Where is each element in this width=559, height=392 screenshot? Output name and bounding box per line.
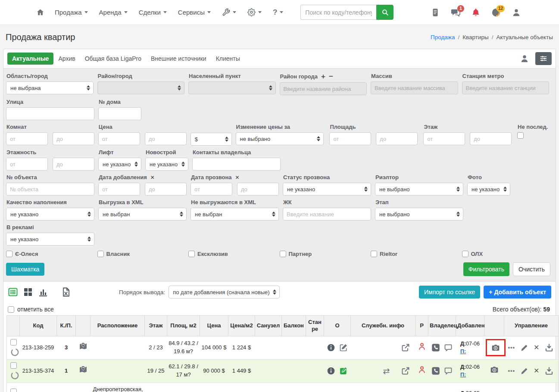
checkbox-olx[interactable] [462,251,468,257]
breadcrumb-link-sales[interactable]: Продажа [431,34,455,40]
more-actions-icon[interactable] [508,344,515,352]
map-icon[interactable] [79,342,87,351]
pencil-icon[interactable] [521,344,528,352]
district-city-select[interactable] [97,81,185,94]
camera-icon[interactable] [490,365,499,374]
price-from-input[interactable] [98,132,140,145]
search-button[interactable] [376,5,393,20]
more-actions-icon[interactable] [508,367,515,375]
tab-ligapro-base[interactable]: Общая база LigaPro [80,53,146,65]
region-select[interactable]: не выбрана [6,81,94,94]
rooms-to-input[interactable] [53,132,94,145]
import-by-link-button[interactable]: Импорт по ссылке [419,286,480,299]
phone-icon[interactable] [431,367,440,375]
nav-item-help[interactable]: ? [273,8,283,17]
area-to-input[interactable] [376,132,418,145]
date-added-from-input[interactable] [98,183,140,196]
price-to-input[interactable] [145,132,187,145]
profile-icon[interactable] [512,8,521,17]
tab-actual[interactable]: Актуальные [7,53,53,65]
notifications-bell-icon[interactable] [471,8,481,17]
view-settings-button[interactable] [535,52,552,65]
row-checkbox[interactable] [10,389,17,392]
call-status-select[interactable]: не указано [283,183,371,196]
floor-to-input[interactable] [470,132,512,145]
stage-select[interactable]: не выбрано [375,208,463,221]
sort-order-select[interactable]: по дате добавления (сначала новые) [169,286,280,299]
comment-icon[interactable] [444,343,453,352]
add-object-button[interactable]: + Добавить объект [484,286,551,299]
new-building-select[interactable]: не указано [145,158,188,171]
row-checkbox[interactable] [10,339,17,345]
chessboard-button[interactable]: Шахматка [6,263,44,276]
residential-complex-input[interactable] [283,208,371,221]
breadcrumb-apartments[interactable]: Квартиры [462,34,489,40]
list-view-icon[interactable] [8,287,18,297]
row-checkbox[interactable] [10,362,17,369]
edit-note-icon[interactable] [339,343,348,352]
checkbox-rieltor[interactable] [371,251,377,257]
filter-button[interactable]: Фильтровать [463,262,509,276]
realtor-select[interactable]: не выбрано [375,183,463,196]
floors-total-to-input[interactable] [53,158,94,171]
user-icon[interactable] [520,54,529,63]
date-added-to-input[interactable] [145,183,187,196]
nav-item-services[interactable]: Сервисы [178,9,211,16]
info-icon[interactable] [327,367,335,375]
clear-date-added-icon[interactable] [150,174,155,180]
checkbox-exclusive[interactable] [188,251,195,257]
delete-icon[interactable] [534,366,539,376]
call-date-link[interactable]: П: [460,372,466,378]
select-all-checkbox[interactable] [8,306,14,313]
tab-archive[interactable]: Архив [53,53,80,65]
comment-icon[interactable] [444,367,453,375]
tab-external-sources[interactable]: Внешние источники [146,53,211,65]
massiv-input[interactable] [371,81,458,94]
nav-item-sales[interactable]: Продажа [55,9,88,16]
pencil-icon[interactable] [521,367,528,375]
clear-button[interactable]: Очистить [513,262,550,276]
nav-item-tools[interactable] [222,8,236,16]
messages-icon[interactable]: 1 [451,8,460,17]
street-input[interactable] [6,107,94,120]
object-id-input[interactable] [6,183,94,196]
metro-input[interactable] [462,81,550,94]
xml-not-export-select[interactable]: не выбран [190,208,279,221]
grid-view-icon[interactable] [23,287,33,297]
database-icon[interactable] [431,8,440,17]
download-icon[interactable] [545,343,553,352]
delete-icon[interactable] [534,342,539,352]
swap-icon[interactable] [383,367,390,375]
info-icon[interactable] [327,343,335,352]
download-icon[interactable] [545,367,553,375]
owner-person-icon[interactable] [418,365,426,374]
photo-select[interactable]: не указано [467,183,510,196]
external-link-icon[interactable] [401,367,410,375]
date-call-to-input[interactable] [237,183,279,196]
xml-export-select[interactable]: не выбран [98,208,187,221]
settlement-select[interactable] [188,81,276,94]
tab-clients[interactable]: Клиенты [211,53,245,65]
owner-contacts-input[interactable] [192,158,281,171]
lift-select[interactable]: не указано [98,158,141,171]
chart-view-icon[interactable] [38,287,48,297]
clear-date-call-icon[interactable] [235,174,240,180]
owner-person-icon[interactable] [418,342,426,351]
currency-select[interactable]: $ [190,133,232,146]
in-ads-select[interactable]: не указано [6,233,94,246]
edit-note-green-icon[interactable] [339,367,348,375]
quality-select[interactable]: не указано [6,208,94,221]
external-link-icon[interactable] [401,343,410,352]
floor-from-input[interactable] [423,132,465,145]
add-district-icon[interactable]: + [321,73,325,80]
map-icon[interactable] [79,365,87,374]
nav-item-settings[interactable] [247,8,262,16]
search-input[interactable] [300,5,376,20]
date-call-from-input[interactable] [190,183,232,196]
area-from-input[interactable] [329,132,371,145]
checkbox-partner[interactable] [280,251,286,257]
phone-icon[interactable] [431,343,440,352]
not-last-floor-checkbox[interactable] [517,132,524,139]
checkbox-owner[interactable] [97,251,104,257]
excel-export-icon[interactable] [61,287,71,297]
